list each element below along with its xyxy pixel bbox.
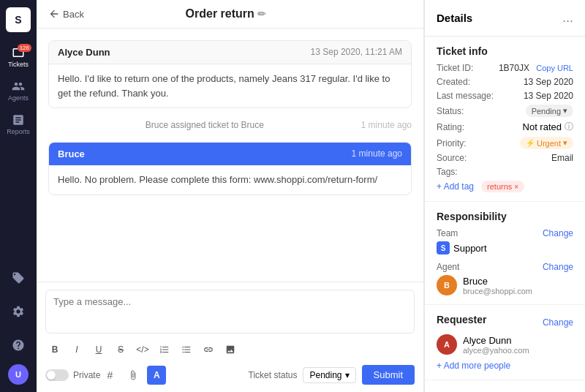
text-color-icon[interactable]: A [147, 366, 166, 385]
system-time: 1 minute ago [361, 120, 412, 130]
status-value: Pending [309, 370, 341, 380]
last-message-row: Last message: 13 Sep 2020 [437, 91, 573, 101]
ticket-id-label: Ticket ID: [437, 63, 473, 73]
sidebar-item-reports[interactable]: Reports [4, 110, 33, 139]
sidebar-item-reports-label: Reports [7, 128, 30, 135]
submit-button[interactable]: Submit [362, 365, 415, 385]
info-icon: ⓘ [565, 121, 573, 133]
requester-title: Requester [437, 314, 486, 325]
private-toggle[interactable]: Private [45, 369, 100, 381]
responsibility-section: Responsibility Team Change S Support Age… [425, 202, 585, 305]
ticket-id-value: 1B70JX Copy URL [499, 63, 573, 73]
reply-toolbar: B I U S </> [45, 340, 415, 359]
message-sender: Alyce Dunn [58, 47, 110, 58]
agent-header-row: Agent Change [437, 262, 573, 272]
rating-value: Not rated ⓘ [523, 121, 573, 133]
message-input[interactable] [45, 290, 415, 333]
requester-email: alyce@yahoo.com [463, 346, 529, 355]
toggle-knob [47, 371, 56, 380]
ticket-info-title: Ticket info [437, 45, 573, 57]
agent-avatar: B [437, 275, 457, 295]
priority-label: Priority: [437, 138, 467, 148]
rating-label: Rating: [437, 122, 464, 132]
list-unordered-icon[interactable] [177, 340, 196, 359]
agent-name: Bruce [463, 276, 532, 287]
message-agent: Bruce 1 minute ago Hello. No problem. Pl… [48, 142, 412, 195]
source-value: Email [551, 153, 573, 163]
underline-icon[interactable]: U [89, 340, 108, 359]
ticket-id-row: Ticket ID: 1B70JX Copy URL [437, 63, 573, 73]
panel-title: Details [437, 12, 472, 24]
agent-change-link[interactable]: Change [543, 262, 573, 272]
source-label: Source: [437, 153, 467, 163]
team-label: Team [437, 228, 458, 238]
sidebar: S Tickets 126 Agents Reports U [0, 0, 37, 392]
reply-area: B I U S </> [37, 282, 423, 392]
agent-message-body: Hello. No problem. Please complete this … [49, 165, 411, 195]
requester-change-link[interactable]: Change [543, 317, 573, 328]
right-panel: Details ... Ticket info Ticket ID: 1B70J… [424, 0, 585, 392]
hashtag-icon[interactable]: # [100, 366, 119, 385]
code-icon[interactable]: </> [133, 340, 152, 359]
italic-icon[interactable]: I [67, 340, 86, 359]
priority-row: Priority: ⚡ Urgent ▾ [437, 137, 573, 149]
attachment-icon[interactable] [124, 366, 143, 385]
back-label: Back [63, 9, 84, 20]
sidebar-item-settings[interactable] [4, 297, 33, 326]
bold-icon[interactable]: B [45, 340, 64, 359]
status-dropdown[interactable]: Pending ▾ [303, 367, 355, 383]
requester-header-row: Requester Change [437, 314, 573, 331]
copy-url-link[interactable]: Copy URL [536, 64, 573, 72]
format-toolbar: B I U S </> [45, 340, 415, 359]
agent-message-header: Bruce 1 minute ago [49, 143, 411, 165]
last-message-value: 13 Sep 2020 [524, 91, 573, 101]
sidebar-logo: S [6, 7, 31, 32]
sidebar-bottom: U [4, 263, 33, 392]
requester-avatar: A [437, 334, 457, 355]
link-icon[interactable] [199, 340, 218, 359]
status-badge[interactable]: Pending ▾ [526, 105, 573, 117]
sidebar-item-agents[interactable]: Agents [4, 76, 33, 105]
remove-tag-icon[interactable]: × [514, 183, 518, 191]
system-message: Bruce assigned ticket to Bruce 1 minute … [48, 117, 412, 133]
team-header-row: Team Change [437, 228, 573, 238]
strikethrough-icon[interactable]: S [111, 340, 130, 359]
sidebar-item-tickets-label: Tickets [8, 61, 29, 68]
add-tag-button[interactable]: + Add tag [437, 181, 474, 192]
add-more-people-link[interactable]: + Add more people [437, 361, 573, 371]
sidebar-item-help[interactable] [4, 331, 33, 360]
team-name: Support [453, 243, 487, 254]
sidebar-item-tickets[interactable]: Tickets 126 [4, 42, 33, 72]
status-label: Status: [437, 106, 464, 116]
page-title: Order return ✏ [93, 7, 359, 20]
reply-footer: Private # A Ticket status Pending ▾ Subm… [45, 365, 415, 385]
agent-row: B Bruce bruce@shoppi.com [437, 275, 573, 295]
sidebar-item-agents-label: Agents [8, 94, 29, 102]
team-icon: S [437, 241, 450, 255]
team-change-link[interactable]: Change [543, 228, 573, 238]
private-label: Private [73, 370, 100, 380]
created-label: Created: [437, 77, 470, 87]
back-button[interactable]: Back [48, 8, 84, 20]
user-avatar[interactable]: U [8, 364, 29, 385]
more-options-icon[interactable]: ... [562, 10, 573, 26]
status-area: Ticket status Pending ▾ Submit [249, 365, 415, 385]
chevron-down-icon: ▾ [345, 370, 350, 380]
chevron-down-icon: ▾ [563, 138, 567, 148]
sidebar-item-subscribe[interactable] [4, 263, 33, 293]
image-icon[interactable] [221, 340, 240, 359]
footer-icons: # A [100, 366, 166, 385]
agent-time: 1 minute ago [352, 148, 402, 159]
list-ordered-icon[interactable] [155, 340, 174, 359]
requester-info: Alyce Dunn alyce@yahoo.com [463, 335, 529, 355]
messages-list: Alyce Dunn 13 Sep 2020, 11:21 AM Hello. … [37, 29, 423, 282]
toggle-switch[interactable] [45, 369, 69, 381]
tags-label-row: Tags: [437, 167, 573, 177]
edit-icon[interactable]: ✏ [257, 8, 266, 20]
chevron-down-icon: ▾ [563, 106, 567, 116]
priority-badge[interactable]: ⚡ Urgent ▾ [520, 137, 573, 149]
agent-sender: Bruce [58, 148, 85, 159]
tags-row: + Add tag returns × [437, 181, 573, 192]
message-customer: Alyce Dunn 13 Sep 2020, 11:21 AM Hello. … [48, 40, 412, 108]
system-text: Bruce assigned ticket to Bruce [146, 120, 264, 130]
